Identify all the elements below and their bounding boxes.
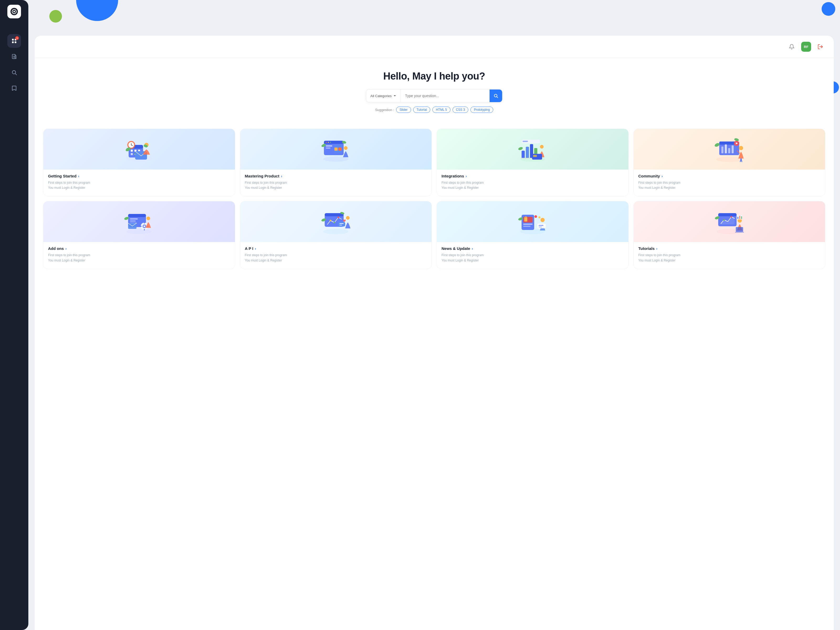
dashboard-badge: 3 (15, 36, 19, 40)
notification-icon[interactable] (786, 41, 797, 52)
suggestion-slider[interactable]: Slider (396, 107, 411, 113)
svg-point-107 (540, 218, 545, 222)
card-title-mastering-product: Mastering Product › (245, 174, 427, 178)
app-logo[interactable] (7, 5, 21, 18)
svg-rect-109 (538, 225, 543, 226)
svg-line-14 (497, 96, 498, 98)
search-input[interactable] (401, 90, 489, 102)
card-body-add-ons: Add ons › First steps to join this progr… (43, 246, 235, 263)
card-arrow-news-update: › (472, 246, 473, 251)
card-title-integrations: Integrations › (442, 174, 624, 178)
suggestion-prototyping[interactable]: Prototyping (471, 107, 493, 113)
svg-rect-40 (335, 147, 338, 151)
svg-rect-21 (131, 153, 133, 155)
svg-point-53 (540, 145, 544, 148)
svg-rect-5 (12, 41, 14, 43)
card-tutorials[interactable]: Tutorials › First steps to join this pro… (633, 201, 826, 269)
svg-point-96 (346, 216, 350, 220)
card-desc-api: First steps to join this programYou must… (245, 253, 427, 263)
svg-rect-82 (144, 229, 145, 231)
svg-point-35 (328, 142, 329, 143)
card-title-add-ons: Add ons › (48, 246, 230, 251)
svg-rect-55 (533, 155, 537, 157)
card-title-news-update: News & Update › (442, 246, 624, 251)
svg-point-57 (716, 157, 742, 162)
deco-blue-semi-top (76, 0, 118, 21)
svg-point-115 (723, 219, 725, 221)
cards-grid: Getting Started › First steps to join th… (35, 121, 834, 279)
svg-point-116 (731, 216, 732, 218)
card-title-api: A P I › (245, 246, 427, 251)
card-integrations[interactable]: Integrations › First steps to join this … (437, 129, 629, 196)
main-card: RF Hello, May I help you? All Categories (35, 36, 834, 630)
svg-rect-18 (131, 150, 133, 152)
svg-rect-123 (741, 216, 742, 219)
card-illustration-getting-started (43, 129, 235, 170)
card-body-tutorials: Tutorials › First steps to join this pro… (634, 246, 825, 263)
card-news-update[interactable]: News & Update › First steps to join this… (437, 201, 629, 269)
svg-rect-60 (722, 147, 723, 153)
svg-rect-41 (338, 147, 341, 151)
sidebar-nav: 3 (7, 34, 21, 624)
card-illustration-add-ons (43, 201, 235, 242)
svg-rect-38 (326, 147, 330, 148)
svg-rect-73 (128, 214, 146, 217)
suggestion-tutorial[interactable]: Tutorial (413, 107, 431, 113)
sidebar-item-dashboard[interactable]: 3 (7, 34, 21, 48)
svg-point-80 (144, 226, 145, 227)
card-community[interactable]: Community › First steps to join this pro… (633, 129, 826, 196)
card-desc-integrations: First steps to join this programYou must… (442, 180, 624, 190)
category-dropdown[interactable]: All Categories (366, 90, 401, 102)
card-body-mastering-product: Mastering Product › First steps to join … (240, 174, 432, 190)
suggestion-css3[interactable]: CSS 3 (453, 107, 469, 113)
svg-point-91 (334, 222, 335, 223)
svg-rect-118 (736, 227, 743, 232)
hero-section: Hello, May I help you? All Categories Su… (35, 58, 834, 121)
search-button[interactable] (489, 90, 502, 102)
svg-point-71 (126, 229, 152, 234)
card-body-api: A P I › First steps to join this program… (240, 246, 432, 263)
card-arrow-tutorials: › (656, 246, 658, 251)
search-bar: All Categories (366, 89, 502, 103)
card-body-news-update: News & Update › First steps to join this… (437, 246, 628, 263)
svg-point-85 (147, 216, 150, 220)
card-illustration-api (240, 201, 432, 242)
sidebar-item-documents[interactable] (7, 50, 21, 63)
svg-rect-122 (739, 216, 740, 219)
card-mastering-product[interactable]: Mastering Product › First steps to join … (240, 129, 432, 196)
card-desc-mastering-product: First steps to join this programYou must… (245, 180, 427, 190)
suggestion-html5[interactable]: HTML 5 (432, 107, 450, 113)
svg-rect-75 (130, 221, 136, 221)
card-desc-tutorials: First steps to join this programYou must… (638, 253, 821, 263)
card-desc-getting-started: First steps to join this programYou must… (48, 180, 230, 190)
svg-point-90 (330, 220, 331, 221)
sidebar: 3 (0, 0, 28, 630)
category-label: All Categories (370, 94, 392, 98)
svg-point-36 (330, 142, 331, 143)
svg-point-2 (13, 11, 15, 12)
svg-point-105 (538, 216, 540, 218)
sidebar-item-search[interactable] (7, 66, 21, 79)
card-illustration-mastering-product (240, 129, 432, 170)
card-arrow-getting-started: › (78, 174, 79, 178)
suggestions-bar: Suggestion : Slider Tutorial HTML 5 CSS … (40, 107, 829, 113)
svg-rect-6 (15, 41, 16, 43)
deco-green-top-left (49, 10, 62, 22)
svg-point-70 (734, 137, 739, 141)
svg-rect-52 (523, 141, 528, 142)
card-desc-add-ons: First steps to join this programYou must… (48, 253, 230, 263)
user-avatar[interactable]: RF (801, 42, 811, 52)
logout-button[interactable] (815, 42, 825, 52)
card-getting-started[interactable]: Getting Started › First steps to join th… (43, 129, 235, 196)
svg-rect-106 (524, 217, 527, 221)
card-add-ons[interactable]: Add ons › First steps to join this progr… (43, 201, 235, 269)
card-body-community: Community › First steps to join this pro… (634, 174, 825, 190)
card-title-getting-started: Getting Started › (48, 174, 230, 178)
svg-rect-74 (130, 218, 138, 219)
sidebar-item-bookmarks[interactable] (7, 81, 21, 95)
svg-point-104 (534, 215, 537, 218)
svg-rect-37 (326, 145, 332, 147)
svg-rect-103 (523, 226, 531, 227)
deco-blue-top-right (822, 2, 835, 16)
card-api[interactable]: A P I › First steps to join this program… (240, 201, 432, 269)
